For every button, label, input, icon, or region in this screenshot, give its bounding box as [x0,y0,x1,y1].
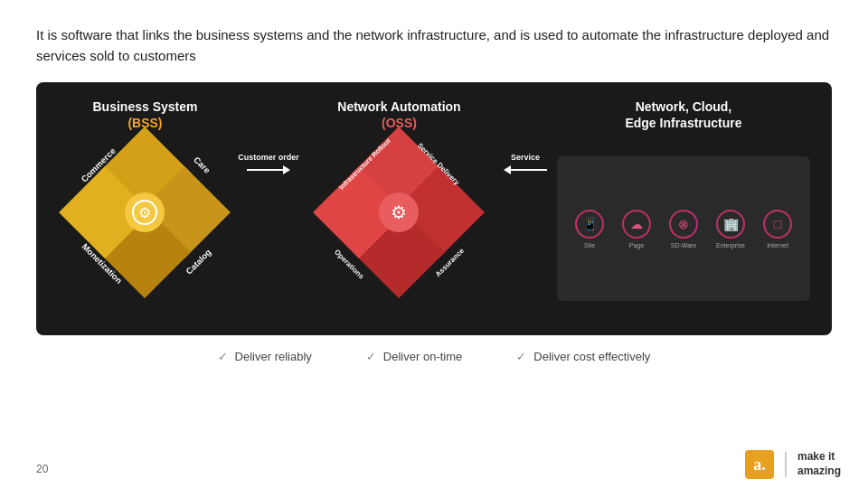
bullet-ontime: ✓ Deliver on-time [366,350,462,363]
cloud-icon: ☁ [622,210,651,239]
logo-area: a. make it amazing [745,450,841,479]
customer-order-arrow: Customer order [232,153,305,174]
bss-column: Business System (BSS) ⚙ Care Catalog Mon… [58,99,232,285]
site-icon: 📱 [575,210,604,239]
bullet-reliable: ✓ Deliver reliably [218,350,312,363]
logo-line1: make it [797,450,841,465]
oss-gear-icon: ⚙ [391,202,407,223]
service-arrow: Service [494,153,557,174]
arrow-label: Customer order [238,153,299,162]
sdware-icon: ⊗ [669,210,698,239]
check-icon-2: ✓ [366,350,376,363]
logo-line2: amazing [797,465,841,479]
slide: It is software that links the business s… [0,0,868,488]
bss-care-label: Care [193,155,213,176]
oss-column: Network Automation (OSS) ⚙ Service Deliv… [305,99,494,285]
arrow-line-service [511,169,547,171]
oss-diamond: ⚙ Service Delivery Assurance Operations … [326,140,471,285]
right-arrow [247,165,290,174]
infra-icon-site: 📱 Site [575,210,604,249]
bullet-cost-text: Deliver cost effectively [533,350,650,363]
logo-text: make it amazing [797,450,841,478]
infra-icon-sdware: ⊗ SD-Ware [669,210,698,249]
infra-icon-cloud: ☁ Page [622,210,651,249]
sdware-label: SD-Ware [671,242,697,249]
logo-icon: a. [745,450,774,479]
infra-icons-row: 📱 Site ☁ Page ⊗ SD-Ware 🏢 Enterprise [557,210,810,249]
internet-label: Internet [767,242,788,249]
site-label: Site [584,242,595,249]
bss-center: ⚙ [125,192,165,232]
oss-center: ⚙ [379,192,419,232]
internet-icon: □ [763,210,792,239]
cloud-label: Page [629,242,644,249]
check-icon-1: ✓ [218,350,228,363]
infra-column: Network, Cloud, Edge Infrastructure 📱 Si… [557,99,810,301]
infra-panel: 📱 Site ☁ Page ⊗ SD-Ware 🏢 Enterprise [557,156,810,301]
infra-icon-internet: □ Internet [763,210,792,249]
enterprise-label: Enterprise [716,242,745,249]
bullet-ontime-text: Deliver on-time [383,350,462,363]
arrow-head-left [504,165,511,174]
check-icon-3: ✓ [516,350,526,363]
bullet-cost: ✓ Deliver cost effectively [516,350,650,363]
bullets-row: ✓ Deliver reliably ✓ Deliver on-time ✓ D… [36,350,832,363]
logo-divider [785,452,787,477]
gear-icon: ⚙ [138,204,151,221]
service-label: Service [511,153,540,162]
left-arrow [504,165,547,174]
bullet-reliable-text: Deliver reliably [235,350,312,363]
bss-diamond: ⚙ Care Catalog Monetization Commerce [72,140,217,285]
intro-text: It is software that links the business s… [36,25,832,66]
bss-gear-ring: ⚙ [132,200,157,225]
arrow-line [247,169,283,171]
page-number: 20 [36,463,48,475]
enterprise-icon: 🏢 [716,210,745,239]
infra-title: Network, Cloud, Edge Infrastructure [625,99,741,131]
arrow-head [283,165,290,174]
infra-icon-enterprise: 🏢 Enterprise [716,210,745,249]
diagram-area: Business System (BSS) ⚙ Care Catalog Mon… [36,82,832,335]
